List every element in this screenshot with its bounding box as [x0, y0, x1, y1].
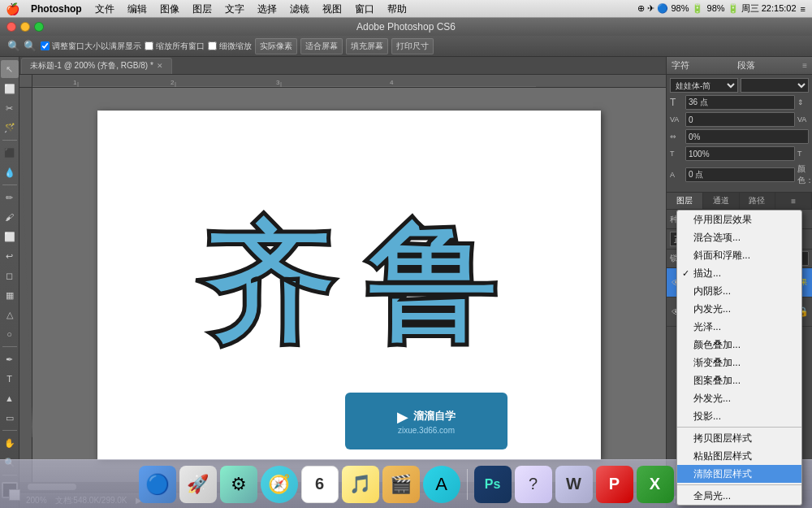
- baseline-row: A 颜色：: [670, 163, 809, 186]
- tool-hand[interactable]: ✋: [1, 434, 19, 452]
- char-tab-1[interactable]: 字符: [672, 59, 732, 72]
- context-menu-item-drop-shadow[interactable]: 投影...: [677, 407, 801, 425]
- menu-item-image[interactable]: 图像: [153, 0, 186, 18]
- context-menu-item-satin[interactable]: 光泽...: [677, 318, 801, 336]
- menu-item-select[interactable]: 选择: [251, 0, 283, 18]
- dock-pref[interactable]: ⚙: [220, 466, 257, 503]
- tool-pen[interactable]: ✒: [1, 350, 19, 368]
- kerning-input[interactable]: [685, 112, 795, 127]
- dock-p[interactable]: P: [596, 466, 633, 503]
- dock-quicktime[interactable]: 🎬: [382, 466, 420, 503]
- tab-label: 未标题-1 @ 200% (齐鲁, RGB/8) *: [30, 60, 153, 72]
- context-menu-item-pattern-overlay[interactable]: 图案叠加...: [677, 371, 801, 389]
- tool-heal[interactable]: ✏: [1, 189, 19, 206]
- tool-blur[interactable]: △: [1, 306, 19, 323]
- context-menu-item-color-overlay[interactable]: 颜色叠加...: [677, 336, 801, 354]
- actual-pixels-btn[interactable]: 实际像素: [255, 38, 297, 54]
- menu-item-text[interactable]: 文字: [218, 0, 251, 18]
- dock-ps[interactable]: Ps: [474, 466, 512, 503]
- checkbox-resize-window[interactable]: 调整窗口大小以满屏显示: [41, 41, 141, 52]
- context-menu-item-global-light[interactable]: 全局光...: [677, 487, 801, 505]
- context-label-copy-style: 拷贝图层样式: [693, 432, 752, 445]
- close-tab-icon[interactable]: ✕: [157, 62, 163, 70]
- notes-icon: 🎵: [349, 474, 371, 495]
- context-menu-item-stroke[interactable]: ✓ 描边...: [677, 264, 801, 282]
- context-menu-item-inner-shadow[interactable]: 内阴影...: [677, 282, 801, 300]
- tool-text[interactable]: T: [1, 370, 19, 388]
- checkbox-zoom-all[interactable]: 缩放所有窗口: [145, 41, 205, 52]
- context-menu-item-outer-glow[interactable]: 外发光...: [677, 389, 801, 407]
- dock-safari[interactable]: 🧭: [261, 466, 298, 503]
- context-menu-item-blending[interactable]: 混合选项...: [677, 228, 801, 246]
- menu-item-window[interactable]: 窗口: [348, 0, 381, 18]
- context-menu[interactable]: 停用图层效果 混合选项... 斜面和浮雕... ✓ 描边... 内阴影... 内…: [676, 210, 802, 506]
- tool-eraser[interactable]: ◻: [1, 267, 19, 284]
- tool-move[interactable]: ↖: [1, 60, 19, 78]
- dock-x[interactable]: X: [637, 466, 674, 503]
- tool-history-brush[interactable]: ↩: [1, 247, 19, 265]
- dock-notes[interactable]: 🎵: [342, 466, 379, 503]
- tool-brush[interactable]: 🖌: [1, 208, 19, 226]
- context-menu-item-inner-glow[interactable]: 内发光...: [677, 300, 801, 318]
- tool-gradient[interactable]: ▦: [1, 286, 19, 304]
- fit-screen-btn[interactable]: 适合屏幕: [300, 38, 343, 54]
- dock-w[interactable]: W: [555, 466, 593, 503]
- char-tab-2[interactable]: 段落: [737, 59, 798, 72]
- menu-item-help[interactable]: 帮助: [381, 0, 413, 18]
- font-family-select[interactable]: 娃娃体-简: [670, 78, 738, 93]
- tool-crop[interactable]: ⬛: [1, 144, 19, 162]
- font-size-input[interactable]: [685, 95, 795, 110]
- menu-item-filter[interactable]: 滤镜: [283, 0, 316, 18]
- checkbox-fine-zoom[interactable]: 细微缩放: [208, 41, 252, 52]
- dock-question[interactable]: ?: [515, 466, 552, 503]
- context-menu-item-disable-fx[interactable]: 停用图层效果: [677, 211, 801, 228]
- context-menu-item-paste-style[interactable]: 粘贴图层样式: [677, 447, 801, 465]
- tool-eyedropper[interactable]: 💧: [1, 163, 19, 181]
- context-menu-item-gradient-overlay[interactable]: 渐变叠加...: [677, 354, 801, 371]
- menu-item-layer[interactable]: 图层: [186, 0, 218, 18]
- tab-channels[interactable]: 通道: [703, 193, 740, 209]
- tool-dodge[interactable]: ○: [1, 325, 19, 343]
- menu-item-edit[interactable]: 编辑: [121, 0, 153, 18]
- canvas-viewport[interactable]: 齐 鲁 ▶ 溜溜自学 zixue.3d66.com: [32, 88, 666, 482]
- context-menu-item-copy-style[interactable]: 拷贝图层样式: [677, 429, 801, 447]
- tool-stamp[interactable]: ⬜: [1, 228, 19, 245]
- tab-layers[interactable]: 图层: [667, 193, 703, 209]
- panel-menu-btn[interactable]: ≡: [775, 193, 812, 209]
- scale-v-h-input[interactable]: [685, 146, 795, 161]
- context-menu-item-bevel[interactable]: 斜面和浮雕...: [677, 246, 801, 264]
- font-style-select[interactable]: [741, 78, 809, 93]
- menu-item-view[interactable]: 视图: [316, 0, 348, 18]
- baseline-input[interactable]: [685, 167, 795, 182]
- tab-paths[interactable]: 路径: [740, 193, 776, 209]
- menu-item-file[interactable]: 文件: [89, 0, 121, 18]
- char-panel-menu[interactable]: ≡: [802, 61, 807, 70]
- zoom-out-icon[interactable]: 🔍: [6, 39, 21, 54]
- scale-h-input[interactable]: [685, 129, 809, 144]
- tool-lasso[interactable]: ✂: [1, 99, 19, 117]
- document-tab[interactable]: 未标题-1 @ 200% (齐鲁, RGB/8) * ✕: [21, 58, 172, 74]
- zoom-in-icon[interactable]: 🔍: [23, 39, 37, 54]
- tool-shape[interactable]: ▭: [1, 409, 19, 427]
- dock-finder[interactable]: 🔵: [139, 466, 176, 503]
- checkbox-resize-input[interactable]: [41, 41, 50, 50]
- stroke-checkmark: ✓: [682, 268, 689, 279]
- question-icon: ?: [529, 475, 538, 493]
- checkbox-fine-zoom-input[interactable]: [208, 41, 217, 50]
- context-menu-item-clear-style[interactable]: 清除图层样式: [677, 465, 801, 483]
- maximize-button[interactable]: [34, 22, 44, 32]
- tool-marquee[interactable]: ⬜: [1, 80, 19, 98]
- dock-calendar[interactable]: 6: [301, 466, 339, 503]
- dock-launchpad[interactable]: 🚀: [179, 466, 217, 503]
- dock-appstore[interactable]: A: [423, 466, 460, 503]
- apple-logo[interactable]: 🍎: [0, 2, 24, 15]
- minimize-button[interactable]: [20, 22, 30, 32]
- tool-magic-wand[interactable]: 🪄: [1, 119, 19, 137]
- checkbox-zoom-all-input[interactable]: [145, 41, 153, 50]
- close-button[interactable]: [6, 22, 16, 32]
- tool-path-select[interactable]: ▲: [1, 389, 19, 407]
- menu-item-photoshop[interactable]: Photoshop: [24, 0, 89, 18]
- fill-screen-btn[interactable]: 填充屏幕: [346, 38, 388, 54]
- menu-icon[interactable]: ≡: [801, 4, 806, 14]
- print-size-btn[interactable]: 打印尺寸: [391, 38, 434, 54]
